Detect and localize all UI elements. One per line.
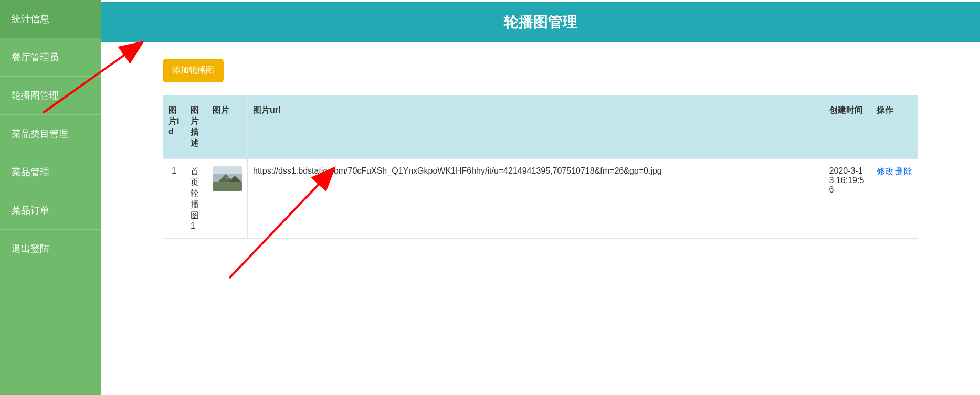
table-header-url: 图片url (248, 95, 824, 159)
table-header-time: 创建时间 (824, 95, 871, 159)
sidebar-item-label: 退出登陆 (12, 242, 49, 255)
sidebar: 统计信息 餐厅管理员 轮播图管理 菜品类目管理 菜品管理 菜品订单 退出登陆 (0, 0, 101, 395)
table-header-desc: 图片描述 (185, 95, 207, 159)
svg-rect-1 (213, 182, 242, 191)
sidebar-item-logout[interactable]: 退出登陆 (0, 230, 101, 268)
sidebar-item-category[interactable]: 菜品类目管理 (0, 115, 101, 153)
carousel-table: 图片id 图片描述 图片 图片url 创建时间 操作 1 首页轮播图1 (163, 95, 918, 239)
sidebar-item-stats[interactable]: 统计信息 (0, 0, 101, 38)
cell-url: https://dss1.bdstatic.com/70cFuXSh_Q1Ynx… (248, 159, 824, 239)
table-row: 1 首页轮播图1 https://d (163, 159, 918, 239)
sidebar-item-label: 菜品类目管理 (12, 127, 68, 140)
content-area: 添加轮播图 图片id 图片描述 图片 图片url 创建时间 操作 1 首 (101, 42, 980, 260)
table-header-id: 图片id (163, 95, 185, 159)
cell-time: 2020-3-13 16:19:56 (824, 159, 871, 239)
add-carousel-button[interactable]: 添加轮播图 (163, 59, 224, 82)
sidebar-item-admin[interactable]: 餐厅管理员 (0, 38, 101, 77)
edit-link[interactable]: 修改 (877, 166, 893, 177)
sidebar-item-label: 轮播图管理 (12, 89, 59, 102)
cell-id: 1 (163, 159, 185, 239)
sidebar-item-label: 菜品订单 (12, 204, 49, 217)
main-content: 轮播图管理 添加轮播图 图片id 图片描述 图片 图片url 创建时间 操作 (101, 0, 980, 395)
delete-link[interactable]: 删除 (895, 166, 912, 177)
thumbnail-image (213, 166, 242, 191)
sidebar-item-orders[interactable]: 菜品订单 (0, 191, 101, 230)
sidebar-item-label: 菜品管理 (12, 166, 49, 178)
cell-image (207, 159, 248, 239)
sidebar-item-label: 统计信息 (12, 13, 49, 25)
table-header-action: 操作 (871, 95, 918, 159)
sidebar-item-label: 餐厅管理员 (12, 51, 59, 63)
page-title: 轮播图管理 (504, 12, 577, 32)
table-header-image: 图片 (207, 95, 248, 159)
sidebar-item-carousel[interactable]: 轮播图管理 (0, 77, 101, 115)
cell-desc: 首页轮播图1 (185, 159, 207, 239)
svg-rect-5 (213, 166, 242, 174)
page-header: 轮播图管理 (101, 2, 980, 42)
cell-action: 修改 删除 (871, 159, 918, 239)
sidebar-item-dishes[interactable]: 菜品管理 (0, 153, 101, 191)
